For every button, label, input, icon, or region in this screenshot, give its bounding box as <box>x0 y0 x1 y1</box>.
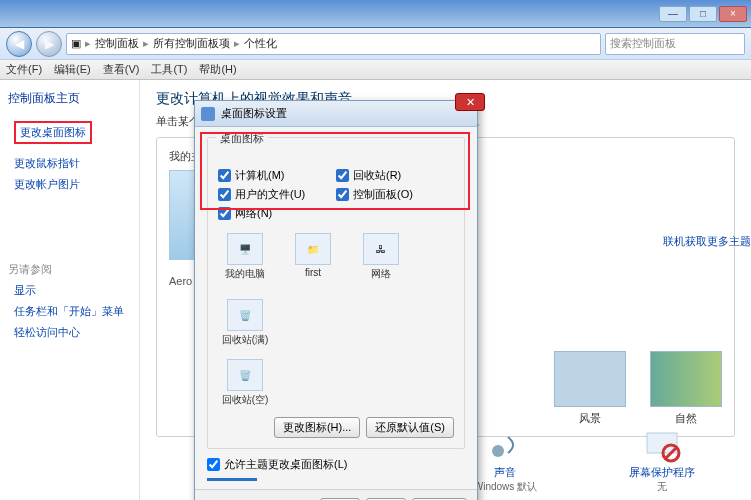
folder-icon: 📁 <box>295 233 331 265</box>
icon-item-recycle-full[interactable]: 🗑️回收站(满) <box>220 299 270 347</box>
label: 声音 <box>474 465 537 480</box>
theme-item[interactable]: 自然 <box>650 351 722 426</box>
network-icon: 🖧 <box>363 233 399 265</box>
theme-item[interactable]: 风景 <box>554 351 626 426</box>
theme-name: 自然 <box>675 412 697 424</box>
menu-tools[interactable]: 工具(T) <box>151 62 187 77</box>
get-more-themes-link[interactable]: 联机获取更多主题 <box>663 234 751 249</box>
svg-point-3 <box>492 445 504 457</box>
computer-icon: 🖥️ <box>227 233 263 265</box>
window-close-button[interactable]: × <box>719 6 747 22</box>
checkbox-network[interactable]: 网络(N) <box>218 206 336 221</box>
sidebar-link-change-mouse-pointers[interactable]: 更改鼠标指针 <box>14 156 131 171</box>
window-titlebar: — □ × <box>0 0 751 28</box>
breadcrumb[interactable]: 控制面板 <box>95 36 139 51</box>
sidebar-seealso-title: 另请参阅 <box>8 262 131 277</box>
address-bar[interactable]: ▣ ▸ 控制面板 ▸ 所有控制面板项 ▸ 个性化 <box>66 33 601 55</box>
checkbox-recyclebin[interactable]: 回收站(R) <box>336 168 454 183</box>
icon-item-recycle-empty[interactable]: 🗑️回收站(空) <box>220 359 270 407</box>
nav-forward-button[interactable]: ▶ <box>36 31 62 57</box>
allow-theme-change-checkbox[interactable]: 允许主题更改桌面图标(L) <box>207 457 465 472</box>
desktop-icon-settings-dialog: 桌面图标设置 ✕ 桌面图标 计算机(M) 回收站(R) 用户的文件(U) 控制面… <box>194 100 478 500</box>
window-maximize-button[interactable]: □ <box>689 6 717 22</box>
group-legend: 桌面图标 <box>216 131 268 146</box>
theme-thumb-icon <box>554 351 626 407</box>
sidebar-link-taskbar[interactable]: 任务栏和「开始」菜单 <box>14 304 131 319</box>
checkbox-controlpanel[interactable]: 控制面板(O) <box>336 187 454 202</box>
screensaver-icon <box>641 427 683 463</box>
menu-file[interactable]: 文件(F) <box>6 62 42 77</box>
sidebar-link-change-desktop-icons[interactable]: 更改桌面图标 <box>14 121 92 144</box>
icon-item-network[interactable]: 🖧网络 <box>356 233 406 281</box>
theme-thumb-icon <box>650 351 722 407</box>
focus-indicator <box>207 478 257 481</box>
menu-view[interactable]: 查看(V) <box>103 62 140 77</box>
theme-name: 风景 <box>579 412 601 424</box>
sublabel: Windows 默认 <box>474 480 537 494</box>
sublabel: 无 <box>629 480 695 494</box>
dialog-title: 桌面图标设置 <box>221 106 287 121</box>
folder-icon: ▣ <box>71 37 81 50</box>
dialog-close-button[interactable]: ✕ <box>455 93 485 111</box>
search-input[interactable]: 搜索控制面板 <box>605 33 745 55</box>
dialog-footer: 确定 取消 应用(A) <box>195 489 477 500</box>
dialog-icon <box>201 107 215 121</box>
dialog-titlebar[interactable]: 桌面图标设置 <box>195 101 477 127</box>
window-minimize-button[interactable]: — <box>659 6 687 22</box>
icon-item-first[interactable]: 📁first <box>288 233 338 281</box>
checkbox-userfiles[interactable]: 用户的文件(U) <box>218 187 336 202</box>
label: 屏幕保护程序 <box>629 465 695 480</box>
sounds-link[interactable]: 声音 Windows 默认 <box>474 427 537 494</box>
recycle-empty-icon: 🗑️ <box>227 359 263 391</box>
breadcrumb[interactable]: 所有控制面板项 <box>153 36 230 51</box>
change-icon-button[interactable]: 更改图标(H)... <box>274 417 360 438</box>
menu-bar: 文件(F) 编辑(E) 查看(V) 工具(T) 帮助(H) <box>0 60 751 80</box>
recycle-full-icon: 🗑️ <box>227 299 263 331</box>
menu-edit[interactable]: 编辑(E) <box>54 62 91 77</box>
sidebar-link-ease-of-access[interactable]: 轻松访问中心 <box>14 325 131 340</box>
nav-back-button[interactable]: ◀ <box>6 31 32 57</box>
screensaver-link[interactable]: 屏幕保护程序 无 <box>629 427 695 494</box>
nav-bar: ◀ ▶ ▣ ▸ 控制面板 ▸ 所有控制面板项 ▸ 个性化 搜索控制面板 <box>0 28 751 60</box>
breadcrumb[interactable]: 个性化 <box>244 36 277 51</box>
sound-icon <box>484 427 526 463</box>
desktop-icons-group: 桌面图标 计算机(M) 回收站(R) 用户的文件(U) 控制面板(O) 网络(N… <box>207 137 465 449</box>
restore-defaults-button[interactable]: 还原默认值(S) <box>366 417 454 438</box>
sidebar-title: 控制面板主页 <box>8 90 131 107</box>
icon-item-computer[interactable]: 🖥️我的电脑 <box>220 233 270 281</box>
sidebar: 控制面板主页 更改桌面图标 更改鼠标指针 更改帐户图片 另请参阅 显示 任务栏和… <box>0 80 140 500</box>
sidebar-link-display[interactable]: 显示 <box>14 283 131 298</box>
sidebar-link-change-account-picture[interactable]: 更改帐户图片 <box>14 177 131 192</box>
checkbox-computer[interactable]: 计算机(M) <box>218 168 336 183</box>
menu-help[interactable]: 帮助(H) <box>199 62 236 77</box>
